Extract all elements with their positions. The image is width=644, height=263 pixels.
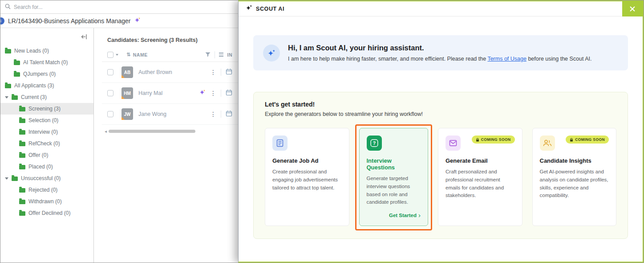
chevron-down-icon[interactable] — [116, 54, 118, 56]
candidate-name[interactable]: Auther Brown — [138, 69, 172, 75]
sidebar-item-refcheck[interactable]: RefCheck (0) — [0, 138, 93, 149]
sidebar-item-label: Unsuccessful (0) — [21, 175, 61, 181]
sidebar-item-label: Offer Declined (0) — [28, 210, 70, 216]
filter-icon[interactable] — [205, 51, 211, 59]
table-row[interactable]: AB Auther Brown ⋮ — [102, 62, 239, 83]
card-title: Candidate Insights — [540, 157, 609, 164]
calendar-icon[interactable] — [226, 68, 232, 77]
folder-icon — [5, 49, 11, 53]
candidates-list: Candidates: Screening (3 Results) ⇅ NAME — [94, 28, 239, 263]
chevron-right-icon: › — [418, 212, 421, 218]
sidebar-item-label: All Applicants (3) — [14, 82, 54, 89]
folders-sidebar: New Leads (0) AI Talent Match (0) QJumpe… — [0, 28, 94, 263]
sidebar-item-label: Withdrawn (0) — [28, 198, 62, 205]
sidebar-item-label: Placed (0) — [28, 164, 53, 170]
folder-icon — [19, 130, 25, 135]
table-row[interactable]: HM Harry Mal ⋮ — [102, 83, 239, 104]
card-generate-email[interactable]: COMING SOON Generate Email Craft persona… — [438, 128, 522, 226]
chevron-down-icon[interactable] — [5, 96, 8, 99]
sidebar-item-qjumpers[interactable]: QJumpers (0) — [0, 68, 93, 80]
sidebar-item-offer[interactable]: Offer (0) — [0, 149, 93, 161]
search-input[interactable] — [14, 4, 147, 10]
kebab-menu-icon[interactable]: ⋮ — [210, 90, 216, 96]
welcome-heading: Hi, I am Scout AI, your hiring assistant… — [288, 44, 592, 52]
scrollbar-thumb[interactable] — [109, 130, 195, 133]
requisition-title-bar: i LR/1643490-Business Applications Manag… — [0, 14, 239, 28]
folder-icon — [14, 72, 20, 77]
calendar-icon[interactable] — [226, 110, 232, 119]
search-icon — [5, 3, 11, 11]
card-description: Create professional and engaging job adv… — [272, 168, 342, 192]
badge-label: COMING SOON — [575, 137, 605, 142]
list-icon — [219, 53, 223, 57]
badge-label: COMING SOON — [481, 137, 511, 142]
folder-icon — [12, 177, 18, 181]
sidebar-item-label: New Leads (0) — [14, 48, 49, 54]
get-started-button[interactable]: Get Started › — [367, 206, 421, 218]
column-header-name[interactable]: NAME — [133, 52, 148, 58]
sidebar-item-rejected[interactable]: Rejected (0) — [0, 184, 93, 196]
sidebar-item-withdrawn[interactable]: Withdrawn (0) — [0, 196, 93, 207]
horizontal-scrollbar: ◂ — [102, 129, 239, 134]
sidebar-item-label: Selection (0) — [28, 117, 58, 123]
candidate-name[interactable]: Jane Wong — [138, 111, 166, 117]
sidebar-item-unsuccessful[interactable]: Unsuccessful (0) — [0, 173, 93, 184]
folder-icon — [19, 107, 25, 111]
card-title: Generate Email — [446, 157, 515, 164]
card-description: Get AI-powered insights and analysis on … — [540, 168, 609, 200]
sidebar-item-label: RefCheck (0) — [28, 140, 60, 147]
sidebar-item-screening[interactable]: Screening (3) — [0, 103, 93, 115]
terms-of-usage-link[interactable]: Terms of Usage — [487, 56, 527, 62]
sort-icon[interactable]: ⇅ — [126, 52, 131, 58]
card-candidate-insights[interactable]: COMING SOON Candidate Insights Get AI-po… — [532, 128, 617, 226]
email-icon — [446, 136, 461, 151]
sidebar-item-placed[interactable]: Placed (0) — [0, 161, 93, 173]
sidebar-item-all-applicants[interactable]: All Applicants (3) — [0, 80, 93, 91]
avatar: JW — [122, 108, 133, 120]
kebab-menu-icon[interactable]: ⋮ — [210, 111, 216, 117]
scout-panel-header: SCOUT AI — [239, 1, 643, 16]
table-row[interactable]: JW Jane Wong ⋮ — [102, 104, 239, 125]
card-interview-questions[interactable]: ? Interview Questions Generate targeted … — [359, 128, 429, 226]
card-generate-job-ad[interactable]: Generate Job Ad Create professional and … — [265, 128, 349, 226]
requisition-title: LR/1643490-Business Applications Manager — [8, 17, 131, 25]
row-checkbox[interactable] — [107, 111, 113, 117]
folder-icon — [19, 200, 25, 204]
ai-sparkle-icon[interactable] — [199, 89, 206, 97]
divider — [221, 90, 221, 97]
info-icon: i — [0, 17, 4, 25]
sidebar-item-label: AI Talent Match (0) — [23, 59, 68, 66]
sidebar-item-label: QJumpers (0) — [23, 71, 56, 77]
get-started-section: Let's get started! Explore the generator… — [253, 92, 628, 239]
divider — [221, 111, 221, 118]
select-all-checkbox[interactable] — [107, 52, 113, 58]
sidebar-item-interview[interactable]: Interview (0) — [0, 126, 93, 138]
card-title: Interview Questions — [367, 157, 421, 171]
sidebar-item-offer-declined[interactable]: Offer Declined (0) — [0, 207, 93, 219]
scroll-left-icon[interactable]: ◂ — [105, 129, 107, 134]
candidate-insights-icon — [540, 136, 555, 151]
folder-icon — [14, 61, 20, 65]
job-ad-icon — [272, 136, 288, 151]
get-started-label: Get Started — [389, 213, 417, 218]
close-button[interactable] — [622, 1, 643, 16]
chevron-down-icon[interactable] — [5, 177, 8, 180]
screen: i LR/1643490-Business Applications Manag… — [0, 0, 644, 263]
row-checkbox[interactable] — [107, 90, 113, 96]
card-title: Generate Job Ad — [272, 157, 342, 164]
row-checkbox[interactable] — [107, 69, 113, 75]
scout-ai-panel: SCOUT AI Hi, I am Scout AI, your hiring … — [238, 0, 644, 263]
svg-text:?: ? — [373, 140, 375, 146]
sidebar-item-selection[interactable]: Selection (0) — [0, 115, 93, 126]
lock-icon — [476, 138, 479, 142]
scout-avatar-icon — [263, 45, 280, 62]
kebab-menu-icon[interactable]: ⋮ — [210, 69, 216, 75]
collapse-sidebar-icon[interactable] — [81, 33, 87, 41]
sidebar-item-new-leads[interactable]: New Leads (0) — [0, 45, 93, 57]
sidebar-item-label: Interview (0) — [28, 129, 58, 135]
scout-sparkle-icon — [246, 4, 252, 13]
sidebar-item-current[interactable]: Current (3) — [0, 91, 93, 103]
candidate-name[interactable]: Harry Mal — [138, 90, 162, 96]
sidebar-item-ai-talent-match[interactable]: AI Talent Match (0) — [0, 57, 93, 68]
calendar-icon[interactable] — [226, 89, 232, 98]
